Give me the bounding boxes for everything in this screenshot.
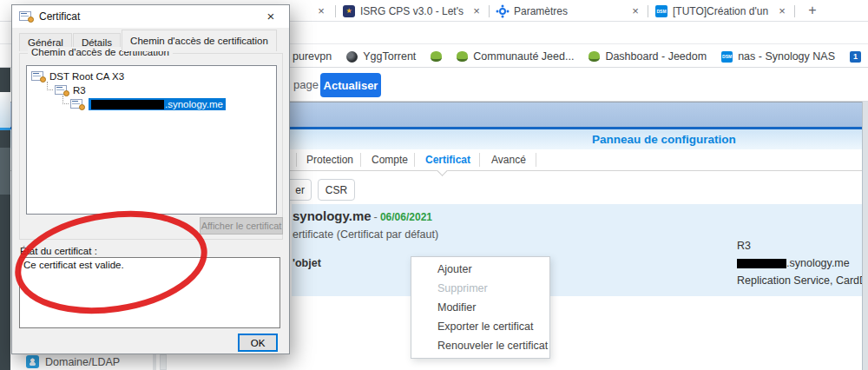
gear-icon [496, 5, 509, 17]
view-certificate-button[interactable]: Afficher le certificat [200, 217, 283, 235]
new-tab-button[interactable]: + [802, 1, 823, 22]
plant-icon [589, 51, 600, 62]
tree-item-label: DST Root CA X3 [49, 71, 124, 82]
menu-item-renouveler[interactable]: Renouveler le certificat [411, 336, 549, 355]
tab-protection[interactable]: Protection [306, 154, 353, 166]
tree-item-intermediate[interactable]: R3 [27, 83, 276, 97]
dialog-title: Certificat [39, 10, 80, 23]
tree-connector [47, 82, 53, 90]
window-title: Panneau de configuration [592, 133, 736, 146]
tab-certificat[interactable]: Certificat [425, 154, 470, 166]
blue-one-icon: 1 [850, 51, 861, 63]
close-tab-icon[interactable]: × [775, 4, 789, 18]
tree-connector [62, 96, 69, 104]
tab-avance[interactable]: Avancé [491, 154, 526, 166]
sidebar-scrollbar[interactable] [160, 354, 167, 370]
tab-title: ISRG CPS v3.0 - Let's Encrypt - Fr [360, 5, 464, 17]
dsm-window-right-edge [862, 102, 868, 370]
tab-separator [794, 5, 795, 17]
tab-compte[interactable]: Compte [372, 154, 408, 166]
bookmark-label: nas - Synology NAS [738, 50, 835, 63]
lets-encrypt-favicon: ★ [343, 5, 355, 17]
browser-tab-lets-encrypt[interactable]: ★ ISRG CPS v3.0 - Let's Encrypt - Fr × [336, 0, 489, 22]
context-menu: Ajouter Supprimer Modifier Exporter le c… [411, 256, 550, 359]
tab-divider [536, 153, 536, 167]
bookmark-nas-synology[interactable]: DSM nas - Synology NAS [721, 50, 835, 63]
certificate-description-fragment: ertificate (Certificat par défaut) [293, 228, 438, 241]
certificate-icon [70, 99, 85, 110]
browser-tab-parametres[interactable]: Paramètres × [490, 0, 648, 22]
certificate-tree: DST Root CA X3 R3 .synology.me [26, 65, 277, 215]
menu-item-modifier[interactable]: Modifier [411, 298, 549, 317]
redacted-text [737, 259, 786, 268]
separator: - [374, 210, 378, 223]
certificate-icon [31, 71, 46, 83]
subject-label-fragment: 'objet [293, 257, 321, 269]
bookmark-label: Communauté Jeed... [473, 50, 574, 63]
globe-icon [346, 51, 358, 63]
dialog-title-bar[interactable]: Certificat × [12, 5, 289, 28]
certificate-status-label: État du certificat : [20, 246, 97, 256]
tab-strip: × ★ ISRG CPS v3.0 - Let's Encrypt - Fr ×… [314, 0, 823, 22]
redacted-text [91, 100, 164, 109]
certificate-status-box[interactable]: Ce certificat est valide. [19, 257, 280, 328]
sidebar-item-domaine-ldap[interactable]: Domaine/LDAP [26, 355, 120, 368]
tab-divider [414, 153, 415, 167]
notification-text-fragment: page [293, 78, 319, 91]
bookmark-label: Dashboard - Jeedom [605, 50, 707, 63]
dsm-icon: DSM [721, 51, 733, 63]
issued-by-value: R3 [737, 240, 751, 252]
bookmark-purevpn[interactable]: purevpn [293, 50, 332, 63]
bookmark-yggtorrent[interactable]: YggTorrent [346, 50, 416, 63]
menu-item-supprimer: Supprimer [411, 279, 549, 298]
browser-tab-tuto[interactable]: DSM [TUTO]Création d'un Certificat "v × [648, 0, 794, 22]
tree-item-leaf[interactable]: .synology.me [27, 97, 276, 111]
ok-button[interactable]: OK [238, 334, 278, 352]
services-value: Replication Service, CardDAV Se [737, 274, 868, 287]
bookmark-jeedom-plant[interactable] [431, 51, 442, 62]
bookmark-dashboard-jeedom[interactable]: Dashboard - Jeedom [589, 50, 707, 63]
menu-item-ajouter[interactable]: Ajouter [411, 260, 549, 279]
domain-ldap-icon [26, 355, 39, 368]
left-sidebar-strip [0, 68, 10, 370]
bookmark-label: YggTorrent [363, 50, 416, 63]
bookmark-label: purevpn [293, 50, 332, 63]
refresh-button[interactable]: Actualiser [320, 73, 381, 97]
selected-tree-item: .synology.me [89, 98, 226, 110]
domain-value: .synology.me [737, 257, 850, 269]
close-icon[interactable]: × [253, 5, 289, 28]
tab-title: Paramètres [514, 5, 623, 17]
certificate-name-fragment: synology.me-06/06/2021 [293, 208, 432, 223]
tab-title: [TUTO]Création d'un Certificat "v [673, 5, 770, 17]
certificate-icon [55, 85, 69, 96]
menu-item-exporter[interactable]: Exporter le certificat [411, 317, 549, 336]
tree-item-label: R3 [73, 85, 86, 96]
tab-chemin-acces[interactable]: Chemin d'accès de certification [122, 30, 277, 51]
screen: × ★ ISRG CPS v3.0 - Let's Encrypt - Fr ×… [0, 0, 868, 370]
plant-icon [431, 51, 442, 62]
sidebar-strip-segment [0, 148, 10, 195]
tab-divider [479, 153, 480, 167]
dsm-favicon: DSM [655, 5, 667, 17]
certification-path-group: Chemin d'accès de certification DST Root… [19, 53, 283, 240]
csr-button[interactable]: CSR [318, 179, 355, 201]
sidebar-scrollbar[interactable] [153, 354, 156, 370]
certificate-dialog: Certificat × Général Détails Chemin d'ac… [11, 4, 290, 354]
bookmarks-row: purevpn YggTorrent Communauté Jeed... Da… [293, 45, 868, 68]
bookmark-communaute-jeedom[interactable]: Communauté Jeed... [457, 50, 574, 63]
tree-item-root[interactable]: DST Root CA X3 [27, 69, 276, 83]
tab-divider [296, 153, 297, 167]
certificate-expiry-date: 06/06/2021 [380, 211, 432, 223]
bookmark-blue-icon[interactable]: 1 [850, 51, 861, 63]
plant-icon [457, 51, 468, 62]
close-tab-icon[interactable]: × [470, 4, 483, 18]
close-tab-icon[interactable]: × [314, 4, 328, 18]
tab-divider [360, 153, 361, 167]
sidebar-item-label: Domaine/LDAP [45, 356, 120, 368]
sidebar-strip-highlight [0, 92, 10, 130]
certificate-icon [19, 11, 34, 23]
close-tab-icon[interactable]: × [628, 4, 642, 18]
